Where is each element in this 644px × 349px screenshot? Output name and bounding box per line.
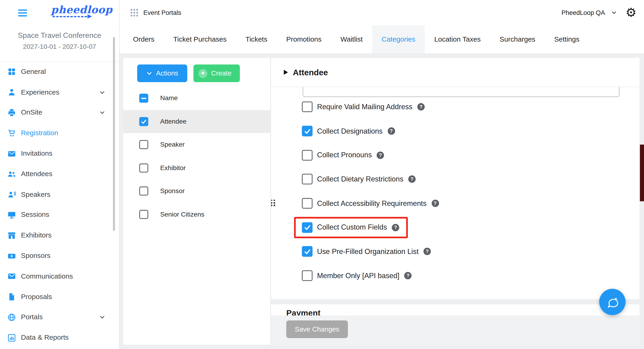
checkbox-collect-dietary-restrictions[interactable]: [302, 174, 312, 185]
event-name: Space Travel Conference: [0, 31, 119, 40]
sidebar-item-general[interactable]: General: [0, 62, 119, 82]
option-row: Use Pre-Filled Organization List: [302, 240, 631, 264]
caret-right-icon[interactable]: [284, 70, 288, 75]
tab-ticket-purchases[interactable]: Ticket Purchases: [164, 26, 236, 54]
checkbox-collect-pronouns[interactable]: [302, 150, 312, 160]
checkbox-collect-accessibility-requirements[interactable]: [302, 198, 312, 209]
category-detail-panel: Attendee Require Valid Mailing Address C…: [271, 58, 640, 344]
logo-underline: [52, 16, 87, 17]
apps-grid-icon: [130, 9, 138, 16]
mail-icon: [8, 272, 16, 281]
row-checkbox[interactable]: [139, 210, 148, 219]
category-row-exhibitor[interactable]: Exhibitor: [123, 156, 270, 180]
panel-drag-handle[interactable]: [271, 200, 275, 206]
help-icon[interactable]: [377, 152, 384, 159]
sidebar-item-speakers[interactable]: Speakers: [0, 184, 119, 205]
category-row-attendee[interactable]: Attendee: [123, 110, 270, 133]
app-window: pheedloop Event Portals PheedLoop QA ⚙ S…: [0, 0, 644, 349]
chevron-down-icon[interactable]: [100, 110, 105, 116]
sidebar-item-label: Sponsors: [21, 252, 50, 260]
sidebar-item-attendees[interactable]: Attendees: [0, 164, 119, 184]
sidebar-item-data-reports[interactable]: Data & Reports: [0, 328, 119, 348]
category-row-sponsor[interactable]: Sponsor: [123, 180, 270, 203]
tab-settings[interactable]: Settings: [545, 26, 589, 54]
checkbox-collect-custom-fields[interactable]: [302, 222, 312, 233]
checkbox-use-prefilled-organization-list[interactable]: [302, 246, 312, 257]
tab-location-taxes[interactable]: Location Taxes: [425, 26, 490, 54]
categories-list-panel: Actions Create Name Attendee Speaker: [123, 58, 270, 344]
help-icon[interactable]: [432, 200, 439, 207]
sidebar-item-exhibitors[interactable]: Exhibitors: [0, 225, 119, 246]
chevron-down-icon[interactable]: [611, 10, 617, 16]
sidebar-item-label: OnSite: [21, 109, 42, 117]
sidebar-item-invitations[interactable]: Invitations: [0, 143, 119, 164]
portal-label: Event Portals: [143, 9, 181, 16]
checkbox-require-valid-mailing-address[interactable]: [302, 102, 312, 112]
help-icon[interactable]: [392, 224, 399, 231]
sidebar-item-communications[interactable]: Communications: [0, 266, 119, 287]
tab-waitlist[interactable]: Waitlist: [331, 26, 372, 54]
pheedloop-logo[interactable]: pheedloop: [51, 4, 112, 17]
categories-toolbar: Actions Create: [123, 58, 270, 82]
help-icon[interactable]: [417, 103, 425, 110]
attendee-options-list: Require Valid Mailing Address Collect De…: [302, 95, 631, 288]
people-icon: [8, 170, 16, 178]
tab-orders[interactable]: Orders: [124, 26, 164, 54]
category-row-senior-citizens[interactable]: Senior Citizens: [123, 202, 270, 226]
sidebar-item-registration[interactable]: Registration: [0, 123, 119, 143]
sidebar-item-sessions[interactable]: Sessions: [0, 205, 119, 225]
detail-header: Attendee: [271, 58, 640, 87]
chevron-down-icon[interactable]: [100, 90, 105, 95]
sidebar-item-portals[interactable]: Portals: [0, 307, 119, 328]
sidebar-divider: [119, 0, 120, 349]
row-checkbox[interactable]: [139, 117, 148, 126]
save-changes-button[interactable]: Save Changes: [286, 320, 348, 338]
tab-surcharges[interactable]: Surcharges: [490, 26, 545, 54]
chat-support-button[interactable]: [599, 289, 626, 315]
sidebar-item-proposals[interactable]: Proposals: [0, 287, 119, 307]
page-scrollbar-thumb[interactable]: [640, 144, 644, 201]
option-label: Use Pre-Filled Organization List: [317, 247, 419, 256]
chevron-down-icon[interactable]: [100, 314, 105, 320]
create-button[interactable]: Create: [194, 64, 240, 82]
sidebar-item-label: Communications: [21, 272, 73, 280]
category-name: Exhibitor: [160, 164, 186, 172]
help-icon[interactable]: [424, 248, 431, 255]
payment-section-title: Payment: [286, 307, 639, 316]
tab-promotions[interactable]: Promotions: [277, 26, 331, 54]
store-icon: [8, 231, 16, 240]
option-label: Collect Accessibility Requirements: [317, 199, 426, 208]
gear-icon[interactable]: ⚙: [626, 6, 637, 19]
speaker-icon: [8, 190, 16, 199]
tab-categories[interactable]: Categories: [372, 26, 425, 54]
account-name[interactable]: PheedLoop QA: [562, 9, 605, 16]
sidebar-item-label: Exhibitors: [21, 232, 52, 240]
option-row: Member Only [API based]: [302, 264, 631, 288]
option-row-highlighted: Collect Custom Fields: [302, 216, 631, 240]
category-name: Attendee: [160, 118, 186, 125]
category-row-speaker[interactable]: Speaker: [123, 133, 270, 156]
sidebar-item-onsite[interactable]: OnSite: [0, 102, 119, 123]
hamburger-menu-icon[interactable]: [18, 10, 27, 16]
select-all-checkbox[interactable]: [139, 94, 148, 103]
option-row: Collect Accessibility Requirements: [302, 191, 631, 216]
row-checkbox[interactable]: [139, 140, 148, 149]
event-portals-switcher[interactable]: Event Portals: [130, 0, 181, 26]
checkbox-member-only-api-based[interactable]: [302, 270, 312, 281]
grid-icon: [8, 68, 16, 76]
sidebar-item-sponsors[interactable]: Sponsors: [0, 246, 119, 266]
tab-tickets[interactable]: Tickets: [236, 26, 277, 54]
sidebar-item-experiences[interactable]: Experiences: [0, 82, 119, 102]
actions-button[interactable]: Actions: [137, 64, 187, 82]
row-checkbox[interactable]: [139, 186, 148, 196]
sidebar-scrollbar[interactable]: [113, 37, 115, 231]
cart-icon: [8, 129, 16, 138]
help-icon[interactable]: [408, 176, 416, 183]
option-label: Collect Custom Fields: [317, 223, 387, 232]
row-checkbox[interactable]: [139, 163, 148, 172]
help-icon[interactable]: [388, 127, 395, 135]
detail-footer: Save Changes: [271, 316, 640, 345]
checkbox-collect-designations[interactable]: [302, 126, 312, 136]
plus-icon: [198, 69, 208, 78]
help-icon[interactable]: [404, 272, 412, 280]
